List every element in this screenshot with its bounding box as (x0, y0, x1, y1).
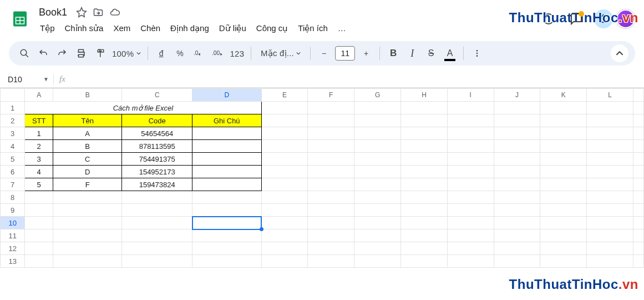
cell-B10[interactable] (53, 217, 122, 229)
cell-D6[interactable] (192, 166, 261, 178)
comments-icon[interactable] (566, 9, 586, 29)
cell-K4[interactable] (540, 140, 587, 153)
cell-C5[interactable]: 754491375 (122, 153, 192, 166)
more-toolbar-icon[interactable] (468, 44, 486, 62)
cell-F8[interactable] (308, 191, 354, 204)
cell-J8[interactable] (494, 191, 540, 204)
cell-I10[interactable] (447, 217, 494, 229)
cell-J11[interactable] (494, 229, 540, 242)
col-header-C[interactable]: C (122, 89, 192, 102)
cell-L13[interactable] (587, 255, 633, 268)
cell-F9[interactable] (308, 204, 354, 217)
cell-E8[interactable] (261, 191, 308, 204)
cell-J9[interactable] (494, 204, 540, 217)
move-icon[interactable] (93, 7, 104, 18)
merged-title-cell[interactable]: Cách mở file Excel (25, 102, 261, 114)
cell-C3[interactable]: 54654564 (122, 127, 192, 140)
select-all-corner[interactable] (1, 89, 25, 102)
format-123-button[interactable]: 123 (228, 44, 247, 62)
cell-H9[interactable] (401, 204, 448, 217)
formula-bar[interactable] (71, 71, 644, 87)
cell-J3[interactable] (494, 127, 540, 140)
cell-D7[interactable] (192, 178, 261, 191)
menu-extensions[interactable]: Tiện ích (293, 21, 332, 36)
cell-B13[interactable] (53, 255, 122, 268)
menu-insert[interactable]: Chèn (136, 21, 165, 36)
cell-C8[interactable] (122, 191, 192, 204)
cell-D10[interactable] (192, 217, 261, 229)
col-header-H[interactable]: H (401, 89, 448, 102)
decrease-decimal-icon[interactable]: .0 (190, 44, 208, 62)
cell-L1[interactable] (587, 102, 633, 114)
row-header-9[interactable]: 9 (1, 204, 25, 217)
cell-A9[interactable] (25, 204, 53, 217)
cell-I9[interactable] (447, 204, 494, 217)
cell-I5[interactable] (447, 153, 494, 166)
cell-D3[interactable] (192, 127, 261, 140)
cell-C12[interactable] (122, 242, 192, 255)
cell-J13[interactable] (494, 255, 540, 268)
paint-format-icon[interactable] (91, 44, 109, 62)
cell-E2[interactable] (261, 114, 308, 127)
cell-B3[interactable]: A (53, 127, 122, 140)
cell-B2[interactable]: Tên (53, 114, 122, 127)
font-size-decrease[interactable]: − (315, 44, 333, 62)
cell-K1[interactable] (540, 102, 587, 114)
menu-edit[interactable]: Chỉnh sửa (60, 21, 108, 36)
col-header-K[interactable]: K (540, 89, 587, 102)
cell-G1[interactable] (354, 102, 401, 114)
cell-C9[interactable] (122, 204, 192, 217)
cell-A3[interactable]: 1 (25, 127, 53, 140)
cell-K12[interactable] (540, 242, 587, 255)
cell-B11[interactable] (53, 229, 122, 242)
cell-G8[interactable] (354, 191, 401, 204)
font-size-increase[interactable]: + (357, 44, 375, 62)
cell-F3[interactable] (308, 127, 354, 140)
cell-K8[interactable] (540, 191, 587, 204)
cell-K6[interactable] (540, 166, 587, 178)
cell-D8[interactable] (192, 191, 261, 204)
cell-H3[interactable] (401, 127, 448, 140)
cell-H8[interactable] (401, 191, 448, 204)
spreadsheet-grid[interactable]: ABCDEFGHIJKL1Cách mở file Excel2STTTênCo… (0, 88, 644, 268)
cell-G4[interactable] (354, 140, 401, 153)
col-header-E[interactable]: E (261, 89, 308, 102)
cell-A5[interactable]: 3 (25, 153, 53, 166)
bold-button[interactable]: B (384, 44, 402, 62)
cell-G13[interactable] (354, 255, 401, 268)
percent-button[interactable]: % (171, 44, 189, 62)
row-header-4[interactable]: 4 (1, 140, 25, 153)
cell-D9[interactable] (192, 204, 261, 217)
cell-L5[interactable] (587, 153, 633, 166)
row-header-8[interactable]: 8 (1, 191, 25, 204)
cell-D11[interactable] (192, 229, 261, 242)
col-header-F[interactable]: F (308, 89, 354, 102)
italic-button[interactable]: I (403, 44, 421, 62)
cell-L2[interactable] (587, 114, 633, 127)
cell-K10[interactable] (540, 217, 587, 229)
cell-F2[interactable] (308, 114, 354, 127)
zoom-dropdown[interactable]: 100% (110, 44, 143, 62)
cell-J7[interactable] (494, 178, 540, 191)
undo-icon[interactable] (34, 44, 52, 62)
cell-G3[interactable] (354, 127, 401, 140)
cell-E11[interactable] (261, 229, 308, 242)
cell-B8[interactable] (53, 191, 122, 204)
font-dropdown[interactable]: Mặc đị... (256, 44, 306, 62)
cell-K5[interactable] (540, 153, 587, 166)
cell-I11[interactable] (447, 229, 494, 242)
cell-A12[interactable] (25, 242, 53, 255)
cell-J6[interactable] (494, 166, 540, 178)
row-header-12[interactable]: 12 (1, 242, 25, 255)
cell-G5[interactable] (354, 153, 401, 166)
cloud-status-icon[interactable] (109, 7, 120, 18)
collapse-toolbar-icon[interactable] (611, 44, 628, 62)
cell-F4[interactable] (308, 140, 354, 153)
cell-I6[interactable] (447, 166, 494, 178)
row-header-10[interactable]: 10 (1, 217, 25, 229)
cell-B9[interactable] (53, 204, 122, 217)
cell-E12[interactable] (261, 242, 308, 255)
cell-J1[interactable] (494, 102, 540, 114)
cell-H1[interactable] (401, 102, 448, 114)
cell-A2[interactable]: STT (25, 114, 53, 127)
